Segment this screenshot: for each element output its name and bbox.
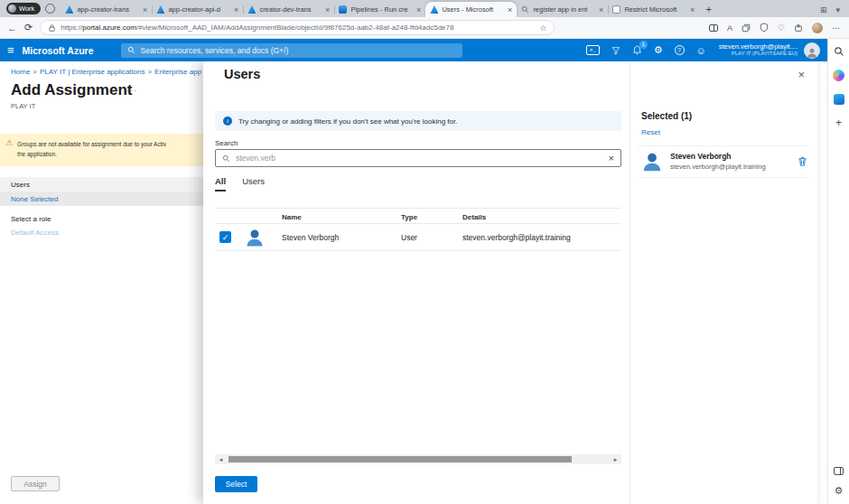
browser-tab[interactable]: Restrict Microsoft ×: [608, 2, 699, 17]
remove-trash-icon[interactable]: [798, 156, 807, 167]
title-more-icon[interactable]: ···: [126, 86, 137, 95]
directory-filter-icon[interactable]: [611, 46, 620, 55]
tab-label: register app in ent: [533, 5, 595, 14]
role-field-value-link[interactable]: Default Access: [0, 225, 203, 239]
address-bar[interactable]: https://portal.azure.com/#view/Microsoft…: [40, 20, 555, 35]
tab-users[interactable]: Users: [242, 176, 265, 191]
hamburger-menu-icon[interactable]: ≡: [7, 43, 14, 57]
azure-search-placeholder: Search resources, services, and docs (G+…: [141, 46, 289, 55]
search-icon: [521, 5, 529, 14]
notification-badge: 1: [639, 41, 648, 49]
read-aloud-icon[interactable]: A: [727, 23, 732, 33]
tab-label: Pipelines - Run cre: [350, 5, 413, 14]
browser-tab[interactable]: app-creator-api-d ×: [152, 2, 243, 17]
workspaces-icon[interactable]: [45, 4, 55, 14]
scrollbar-track[interactable]: [227, 454, 610, 464]
scroll-left-icon[interactable]: ◄: [215, 457, 227, 462]
browser-tab-active[interactable]: Users - Microsoft ×: [425, 2, 517, 17]
help-icon[interactable]: ?: [675, 45, 685, 55]
row-checkbox-checked[interactable]: ✓: [219, 231, 231, 243]
notifications-bell-icon[interactable]: 1: [632, 45, 642, 56]
row-type: User: [401, 233, 417, 242]
browser-tab[interactable]: register app in ent ×: [517, 2, 608, 17]
tab-close-icon[interactable]: ×: [599, 5, 603, 14]
sidebar-settings-gear-icon[interactable]: ⚙: [835, 486, 844, 496]
page-subtitle: PLAY IT: [11, 102, 35, 110]
breadcrumb-enterprise-apps[interactable]: PLAY IT | Enterprise applications: [40, 68, 145, 76]
shield-icon[interactable]: [760, 23, 769, 33]
search-icon: [127, 46, 135, 54]
browser-tab[interactable]: Pipelines - Run cre ×: [334, 2, 425, 17]
feedback-icon[interactable]: ☺: [696, 45, 706, 56]
browser-profile-button[interactable]: Work: [6, 3, 41, 14]
azure-brand[interactable]: Microsoft Azure: [23, 45, 94, 56]
refresh-button[interactable]: ⟳: [24, 22, 33, 33]
account-info[interactable]: steven.verborgh@playit.... PLAY IT (PLAY…: [719, 42, 798, 58]
sidebar-bottom: ⚙: [834, 467, 844, 496]
back-button[interactable]: ←: [7, 23, 17, 33]
lock-icon: [48, 23, 56, 33]
copilot-icon[interactable]: [833, 70, 844, 81]
info-banner: i Try changing or adding filters if you …: [215, 111, 621, 131]
users-field-value-link[interactable]: None Selected: [0, 191, 203, 206]
extensions-icon[interactable]: [794, 23, 803, 33]
tab-close-icon[interactable]: ×: [234, 5, 238, 14]
sidebar-search-icon[interactable]: [834, 46, 844, 57]
settings-gear-icon[interactable]: ⚙: [654, 44, 663, 56]
row-details: steven.verborgh@playit.training: [462, 233, 571, 242]
profile-label: Work: [19, 5, 34, 13]
users-field-label: Users: [0, 177, 203, 191]
azure-icon: [65, 5, 73, 14]
tab-close-icon[interactable]: ×: [508, 5, 512, 14]
tab-close-icon[interactable]: ×: [325, 5, 330, 14]
tab-strip-controls: ⊞ ▾: [820, 5, 849, 17]
table-row[interactable]: ✓ Steven Verborgh User steven.verborgh@p…: [215, 224, 621, 251]
cloud-shell-icon[interactable]: >_: [586, 45, 600, 55]
tab-close-icon[interactable]: ×: [690, 5, 695, 14]
doc-icon: [612, 5, 620, 14]
assign-button[interactable]: Assign: [11, 476, 60, 491]
collections-icon[interactable]: [742, 23, 751, 33]
sidebar-add-icon[interactable]: +: [835, 117, 842, 128]
search-input[interactable]: steven.verb ×: [215, 149, 621, 167]
new-tab-button[interactable]: +: [705, 4, 711, 14]
scrollbar-thumb[interactable]: [229, 456, 572, 462]
results-pivot: All Users: [215, 176, 265, 191]
azure-header-icons: >_ 1 ⚙ ? ☺: [586, 44, 706, 56]
browser-tab[interactable]: app-creator-trans ×: [61, 2, 152, 17]
vertical-tabs-icon[interactable]: ⊞: [820, 5, 827, 14]
user-avatar-icon: [244, 227, 266, 248]
page-title: Add Assignment: [11, 81, 132, 99]
scroll-right-icon[interactable]: ►: [610, 457, 621, 462]
account-avatar[interactable]: [804, 42, 820, 59]
sidebar-panel-icon[interactable]: [834, 467, 844, 475]
selected-count-title: Selected (1): [641, 111, 692, 121]
more-menu-icon[interactable]: ⋯: [832, 23, 840, 33]
tab-close-icon[interactable]: ×: [143, 5, 147, 14]
sidebar-app-icon[interactable]: [834, 94, 844, 105]
horizontal-scrollbar[interactable]: ◄ ►: [215, 454, 621, 464]
breadcrumb-current[interactable]: Enterprise applications: [154, 68, 201, 76]
edge-sidebar: + ⚙: [827, 39, 849, 504]
tab-actions-icon[interactable]: ▾: [835, 5, 840, 14]
browser-tab[interactable]: creator-dev-trans ×: [243, 2, 334, 17]
clear-search-icon[interactable]: ×: [609, 153, 614, 163]
tab-all[interactable]: All: [215, 176, 226, 191]
breadcrumb-home[interactable]: Home: [11, 68, 30, 76]
tab-label: app-creator-trans: [77, 5, 139, 14]
users-blade: Users × i Try changing or adding filters…: [203, 61, 817, 504]
split-screen-icon[interactable]: [709, 24, 718, 32]
profile-avatar-icon: [8, 5, 16, 13]
azure-search-input[interactable]: Search resources, services, and docs (G+…: [121, 43, 462, 58]
column-type: Type: [401, 213, 417, 221]
reset-link[interactable]: Reset: [641, 128, 660, 136]
browser-profile-avatar[interactable]: [812, 23, 823, 33]
tab-close-icon[interactable]: ×: [416, 5, 421, 14]
favorite-star-icon[interactable]: ☆: [539, 23, 546, 33]
tab-label: Restrict Microsoft: [624, 5, 686, 14]
select-button[interactable]: Select: [215, 476, 257, 492]
account-tenant: PLAY IT (PLAYITSAFE.EU): [719, 51, 798, 58]
info-icon: i: [223, 117, 232, 126]
browser-essentials-icon[interactable]: ♡: [778, 23, 785, 33]
users-list-section: i Try changing or adding filters if you …: [215, 61, 621, 504]
